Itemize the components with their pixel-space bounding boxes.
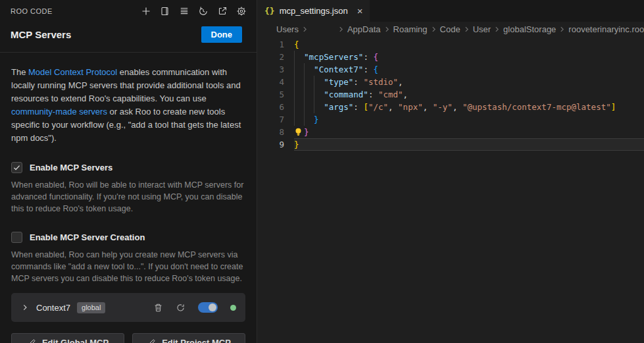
vscode-window: ROO CODE (0, 0, 644, 343)
mcp-intro-text: The Model Context Protocol enables commu… (11, 66, 245, 145)
breadcrumb-item[interactable]: Roaming (393, 24, 428, 34)
page-title: MCP Servers (11, 29, 71, 40)
enable-mcp-servers-setting: Enable MCP Servers When enabled, Roo wil… (11, 162, 245, 215)
code-line: 7 } (257, 113, 644, 126)
code-line: 8 } (257, 126, 644, 138)
chevron-right-icon (493, 26, 501, 33)
history-icon[interactable] (197, 5, 209, 17)
server-scope-badge: global (77, 302, 105, 313)
editor-area: {} mcp_settings.json × UsersAppDataRoami… (257, 0, 644, 343)
server-name: Context7 (36, 303, 70, 313)
enable-mcp-servers-description: When enabled, Roo will be able to intera… (11, 179, 245, 215)
done-button[interactable]: Done (201, 26, 243, 43)
mcp-servers-icon[interactable] (178, 5, 190, 17)
code-line: 2 "mcpServers": { (257, 51, 644, 63)
panel-subheader: MCP Servers Done (0, 20, 257, 53)
enable-mcp-server-creation-label: Enable MCP Server Creation (30, 232, 145, 242)
chevron-right-icon (558, 26, 566, 33)
breadcrumb-item[interactable]: Code (440, 24, 460, 34)
prompts-icon[interactable] (159, 5, 171, 17)
line-number: 6 (257, 101, 294, 113)
edit-global-mcp-button[interactable]: Edit Global MCP (11, 333, 124, 343)
enable-mcp-servers-checkbox[interactable] (11, 162, 22, 173)
toggle-knob (209, 303, 216, 311)
chevron-right-icon (384, 26, 391, 33)
pencil-icon (147, 338, 156, 343)
panel-header: ROO CODE (0, 0, 257, 20)
code-line: 1{ (257, 38, 644, 51)
code-line: 6 "args": ["/c", "npx", "-y", "@upstash/… (257, 101, 644, 113)
code-line: 5 "command": "cmd", (257, 88, 644, 101)
model-context-protocol-link[interactable]: Model Context Protocol (28, 67, 117, 77)
line-number: 4 (257, 76, 294, 88)
enable-mcp-server-creation-checkbox[interactable] (11, 232, 22, 243)
line-number: 5 (257, 88, 294, 101)
restart-server-icon[interactable] (176, 303, 186, 313)
chevron-right-icon (430, 26, 437, 33)
checkmark-icon (12, 163, 21, 172)
line-number: 9 (257, 138, 294, 151)
code-line: 3 "Context7": { (257, 63, 644, 76)
breadcrumb-item[interactable]: globalStorage (503, 24, 556, 34)
breadcrumb-item[interactable]: rooveterinaryinc.roo-cli (568, 24, 644, 34)
panel-body: The Model Context Protocol enables commu… (0, 53, 257, 343)
tab-label: mcp_settings.json (280, 6, 348, 16)
mcp-footer-buttons: Edit Global MCP Edit Project MCP (11, 333, 245, 343)
chevron-right-icon (463, 26, 470, 33)
line-number: 8 (257, 126, 294, 138)
line-number: 7 (257, 113, 294, 126)
enable-mcp-server-creation-setting: Enable MCP Server Creation When enabled,… (11, 232, 245, 284)
breadcrumb-item[interactable]: User (473, 24, 491, 34)
extension-title: ROO CODE (11, 7, 53, 15)
breadcrumb-item[interactable]: AppData (347, 24, 381, 34)
panel-header-icons (140, 5, 247, 17)
code-editor[interactable]: 1{2 "mcpServers": {3 "Context7": {4 "typ… (257, 36, 644, 343)
roo-code-panel: ROO CODE (0, 0, 257, 343)
plus-icon[interactable] (140, 5, 152, 17)
edit-project-mcp-label: Edit Project MCP (162, 338, 231, 343)
community-made-servers-link[interactable]: community-made servers (11, 107, 107, 117)
edit-global-mcp-label: Edit Global MCP (42, 338, 109, 343)
chevron-right-icon (337, 26, 345, 33)
breadcrumb: UsersAppDataRoamingCodeUserglobalStorage… (257, 22, 644, 36)
server-enabled-toggle[interactable] (198, 302, 218, 313)
breadcrumb-item[interactable]: Users (276, 24, 299, 34)
enable-mcp-server-creation-description: When enabled, Roo can help you create ne… (11, 249, 245, 284)
pencil-icon (27, 338, 36, 343)
line-number: 3 (257, 63, 294, 76)
json-file-icon: {} (264, 6, 275, 16)
open-in-editor-icon[interactable] (216, 5, 228, 17)
line-number: 1 (257, 38, 294, 51)
edit-project-mcp-button[interactable]: Edit Project MCP (132, 333, 245, 343)
code-line: 4 "type": "stdio", (257, 76, 644, 88)
code-line: 9} (257, 138, 644, 151)
mcp-server-row-context7[interactable]: Context7 global (11, 293, 245, 322)
settings-gear-icon[interactable] (235, 5, 247, 17)
chevron-right-icon (301, 26, 309, 33)
line-number: 2 (257, 51, 294, 63)
enable-mcp-servers-label: Enable MCP Servers (30, 163, 112, 172)
intro-text: The (11, 67, 28, 77)
tab-bar: {} mcp_settings.json × (257, 0, 644, 22)
chevron-right-icon[interactable] (20, 303, 30, 312)
delete-server-icon[interactable] (153, 303, 163, 313)
server-status-dot (230, 305, 236, 311)
tab-mcp-settings-json[interactable]: {} mcp_settings.json × (257, 0, 370, 22)
tab-close-icon[interactable]: × (357, 6, 363, 16)
